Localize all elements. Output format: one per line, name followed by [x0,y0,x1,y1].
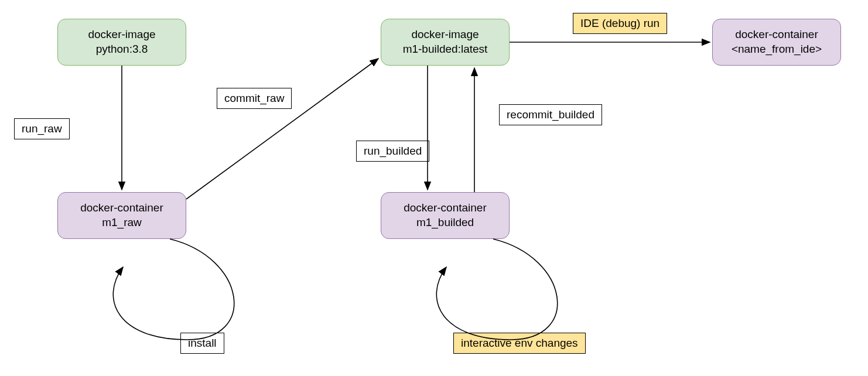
label-run-builded: run_builded [356,141,429,162]
node-subtitle: <name_from_ide> [732,42,822,57]
node-docker-container-ide: docker-container <name_from_ide> [712,19,841,66]
label-recommit-builded: recommit_builded [499,104,602,125]
node-subtitle: m1_raw [102,216,142,230]
node-docker-container-raw: docker-container m1_raw [57,192,186,239]
diagram-canvas: docker-image python:3.8 docker-image m1-… [0,0,868,376]
arrow-commit-raw [186,59,378,199]
label-run-raw: run_raw [14,118,70,139]
label-install: install [180,333,224,354]
node-docker-container-builded: docker-container m1_builded [381,192,510,239]
node-title: docker-container [735,28,818,42]
label-commit-raw: commit_raw [217,88,292,109]
arrow-interactive-loop [436,239,557,340]
label-interactive: interactive env changes [453,333,586,354]
node-subtitle: python:3.8 [96,42,148,57]
node-title: docker-container [404,201,487,216]
node-docker-image-builded: docker-image m1-builded:latest [381,19,510,66]
node-docker-image-python: docker-image python:3.8 [57,19,186,66]
node-title: docker-container [80,201,163,216]
node-title: docker-image [88,28,155,42]
label-ide-run: IDE (debug) run [573,13,667,34]
node-subtitle: m1_builded [416,216,474,230]
node-title: docker-image [411,28,479,42]
node-subtitle: m1-builded:latest [403,42,488,57]
arrow-install-loop [113,239,234,340]
